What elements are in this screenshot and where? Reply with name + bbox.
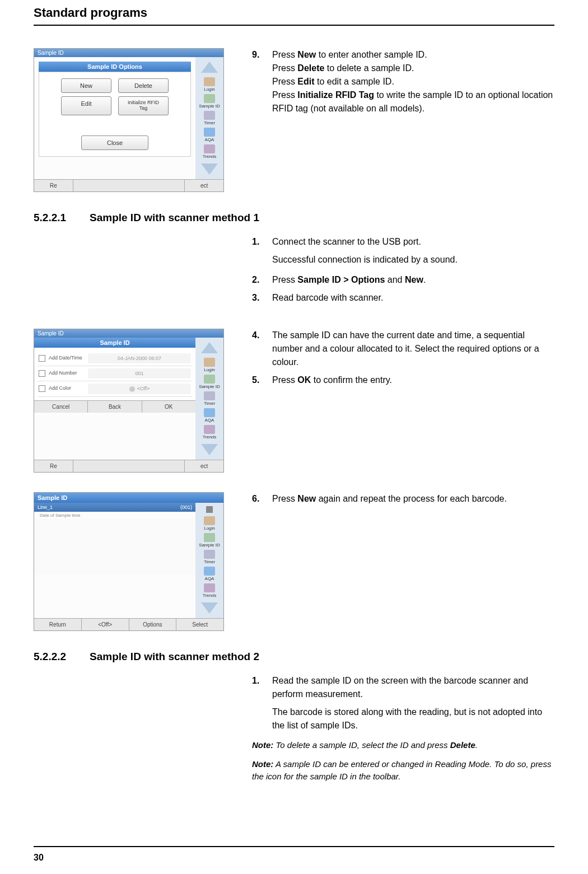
scroll-down-icon[interactable] xyxy=(201,444,218,455)
step-5-m1: 5. Press OK to confirm the entry. xyxy=(252,373,554,387)
ss-bottom-stub-right: ect xyxy=(185,180,223,191)
scroll-up-small-icon[interactable] xyxy=(206,506,213,513)
sidebar-timer[interactable]: Timer xyxy=(198,111,221,125)
login-icon xyxy=(204,358,215,367)
options-button[interactable]: Options xyxy=(129,619,177,630)
ss-corner-label: Sample ID xyxy=(34,49,223,57)
scroll-down-icon[interactable] xyxy=(201,602,218,614)
login-icon xyxy=(204,77,215,86)
new-button[interactable]: New xyxy=(61,78,111,93)
ss-sidebar: Login Sample ID Timer AQA Trends xyxy=(195,503,223,618)
page-number: 30 xyxy=(34,853,44,863)
select-button[interactable]: Select xyxy=(176,619,223,630)
login-icon xyxy=(204,516,215,525)
scroll-down-icon[interactable] xyxy=(201,163,218,175)
color-dot-icon xyxy=(129,386,135,392)
aqa-icon xyxy=(204,128,215,137)
trends-icon xyxy=(204,144,215,153)
sample-id-icon xyxy=(204,94,215,103)
checkbox-icon[interactable] xyxy=(39,355,45,362)
sidebar-aqa[interactable]: AQA xyxy=(198,567,221,581)
initialize-rfid-button[interactable]: Initialize RFID Tag xyxy=(118,96,169,115)
add-datetime-row[interactable]: Add Date/Time 04-JAN-2000 06:07 xyxy=(38,351,192,366)
checkbox-icon[interactable] xyxy=(39,370,45,377)
sample-id-icon xyxy=(204,375,215,384)
aqa-icon xyxy=(204,567,215,576)
list-row-sub: Date of Sample time xyxy=(34,512,195,519)
scroll-up-icon[interactable] xyxy=(201,62,218,73)
checkbox-icon[interactable] xyxy=(39,385,45,392)
screenshot-sample-id-list: Sample ID Line_1 (001) Date of Sample ti… xyxy=(34,492,224,631)
step-9: 9. Press New to enter another sample ID.… xyxy=(252,48,554,115)
timer-icon xyxy=(204,111,215,120)
add-number-row[interactable]: Add Number 001 xyxy=(38,366,192,381)
sidebar-aqa[interactable]: AQA xyxy=(198,408,221,423)
ss-dialog-title: Sample ID Options xyxy=(39,62,191,72)
delete-button[interactable]: Delete xyxy=(118,78,169,93)
ss-bottom-stub-left: Re xyxy=(34,180,73,191)
sidebar-timer[interactable]: Timer xyxy=(198,391,221,406)
heading-5-2-2-1: 5.2.2.1Sample ID with scanner method 1 xyxy=(34,212,554,224)
ss-bottom-stub-right: ect xyxy=(185,460,223,472)
ss-sidebar: Login Sample ID Timer AQA Trends xyxy=(195,338,223,460)
trends-icon xyxy=(204,425,215,434)
sidebar-trends[interactable]: Trends xyxy=(198,583,221,598)
screenshot-sample-id-add: Sample ID Sample ID Add Date/Time 04-JAN… xyxy=(34,329,224,473)
step-3-m1: 3. Read barcode with scanner. xyxy=(252,291,554,305)
edit-button[interactable]: Edit xyxy=(61,96,111,115)
trends-icon xyxy=(204,583,215,592)
ss-dialog-title-2: Sample ID xyxy=(34,338,195,348)
step-6-m1: 6. Press New again and repeat the proces… xyxy=(252,492,554,506)
timer-icon xyxy=(204,391,215,400)
step-1-m1: 1. Connect the scanner to the USB port. xyxy=(252,235,554,249)
ss-dialog-title-3: Sample ID xyxy=(34,493,223,503)
close-button[interactable]: Close xyxy=(81,135,148,150)
sidebar-timer[interactable]: Timer xyxy=(198,550,221,564)
sidebar-trends[interactable]: Trends xyxy=(198,425,221,440)
off-button[interactable]: <Off> xyxy=(82,619,129,630)
step-1-sub: Successful connection is indicated by a … xyxy=(272,253,554,267)
add-color-row[interactable]: Add Color <Off> xyxy=(38,381,192,397)
sidebar-trends[interactable]: Trends xyxy=(198,144,221,159)
list-row[interactable]: Line_1 (001) xyxy=(34,503,195,512)
sidebar-login[interactable]: Login xyxy=(198,358,221,372)
ok-button[interactable]: OK xyxy=(142,401,195,413)
sidebar-sample-id[interactable]: Sample ID xyxy=(198,94,221,109)
ss-sidebar: Login Sample ID Timer AQA Trends xyxy=(195,57,223,179)
step-4-m1: 4. The sample ID can have the current da… xyxy=(252,329,554,369)
scroll-up-icon[interactable] xyxy=(201,342,218,353)
aqa-icon xyxy=(204,408,215,417)
return-button[interactable]: Return xyxy=(34,619,82,630)
screenshot-sample-id-options: Sample ID Sample ID Options New Delete E… xyxy=(34,48,224,192)
cancel-button[interactable]: Cancel xyxy=(34,401,88,413)
sample-id-icon xyxy=(204,533,215,542)
heading-5-2-2-2: 5.2.2.2Sample ID with scanner method 2 xyxy=(34,651,554,663)
sidebar-login[interactable]: Login xyxy=(198,77,221,92)
step-1-m2: 1. Read the sample ID on the screen with… xyxy=(252,674,554,701)
footer-rule xyxy=(34,846,554,847)
sidebar-sample-id[interactable]: Sample ID xyxy=(198,533,221,548)
step-2-m1: 2. Press Sample ID > Options and New. xyxy=(252,273,554,287)
back-button[interactable]: Back xyxy=(88,401,142,413)
page-header: Standard programs xyxy=(34,0,554,25)
timer-icon xyxy=(204,550,215,559)
ss-corner-label-2: Sample ID xyxy=(34,329,223,338)
note-delete: Note: To delete a sample ID, select the … xyxy=(252,739,554,751)
step-1-m2-sub: The barcode is stored along with the rea… xyxy=(272,705,554,732)
sidebar-sample-id[interactable]: Sample ID xyxy=(198,375,221,389)
sidebar-aqa[interactable]: AQA xyxy=(198,128,221,142)
header-rule xyxy=(34,25,554,26)
note-reading-mode: Note: A sample ID can be entered or chan… xyxy=(252,758,554,783)
sidebar-login[interactable]: Login xyxy=(198,516,221,531)
ss-bottom-stub-left: Re xyxy=(34,460,73,472)
